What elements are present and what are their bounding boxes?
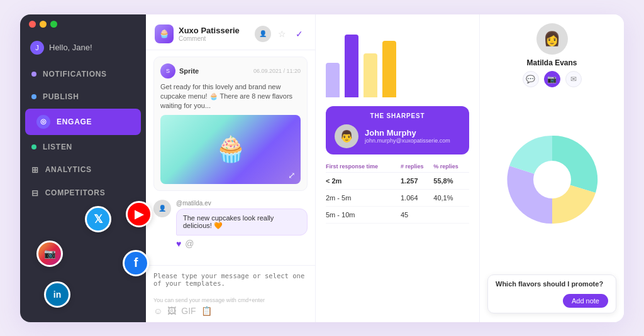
profile-name: Matilda Evans	[526, 58, 577, 67]
note-text: Which flavors should I promote?	[496, 280, 608, 288]
image-icon[interactable]: 🖼	[167, 306, 176, 316]
profile-action-chat[interactable]: 💬	[523, 71, 539, 87]
sidebar-item-competitors[interactable]: ⊟ COMPETITORS	[20, 182, 146, 204]
table-row-3: 5m - 10m 45	[326, 206, 469, 223]
analytics-icon: ⊞	[31, 165, 39, 175]
msg-actions: ♥ @	[176, 239, 308, 249]
dot-red[interactable]	[29, 21, 36, 28]
bar-group-3	[364, 53, 377, 97]
leaderboard-card: THE SHARPEST 👨 John Murphy john.murphy@x…	[326, 106, 469, 154]
star-icon[interactable]: ☆	[275, 27, 289, 41]
profile-action-email[interactable]: ✉	[565, 71, 582, 87]
leader-row: 👨 John Murphy john.murphy@xuxopatisserie…	[335, 124, 460, 148]
leader-name: John Murphy	[365, 128, 450, 138]
nav-label-listen: LISTEN	[43, 143, 72, 151]
bar-purple-short	[326, 63, 340, 97]
instagram-icon[interactable]: 📷	[36, 241, 63, 267]
sidebar-item-listen[interactable]: LISTEN	[20, 136, 146, 158]
profile-action-photo[interactable]: 📷	[544, 71, 560, 87]
right-panel: 👩 Matilda Evans 💬 📷 ✉	[479, 14, 624, 322]
bar-chart	[326, 24, 469, 100]
twitter-icon[interactable]: 𝕏	[85, 206, 111, 232]
bar-group-2	[345, 35, 358, 97]
bar-group-1	[326, 63, 340, 97]
sidebar-greeting: J Hello, Jane!	[20, 37, 146, 63]
nav-label-publish: PUBLISH	[43, 92, 79, 101]
row3-replies: 45	[401, 206, 433, 223]
user-msg-content: @matilda.ev The new cupcakes look really…	[176, 200, 308, 249]
row2-pct: 40,1%	[433, 189, 469, 206]
at-icon[interactable]: @	[185, 239, 194, 249]
linkedin-icon[interactable]: in	[44, 281, 70, 308]
nav-dot-publish	[31, 94, 36, 99]
user-handle: @matilda.ev	[176, 200, 308, 207]
competitors-icon: ⊟	[31, 188, 39, 198]
cupcake-emoji: 🧁	[215, 134, 247, 164]
row3-pct	[433, 206, 469, 223]
gif-icon[interactable]: GIF	[181, 306, 196, 316]
sidebar: J Hello, Jane! NOTIFICATIONS PUBLISH ◎ E…	[20, 14, 146, 322]
analytics-panel: THE SHARPEST 👨 John Murphy john.murphy@x…	[316, 14, 479, 322]
sender-name: Sprite	[179, 67, 199, 75]
nav-dot-notifications	[31, 72, 36, 77]
main-area: 🧁 Xuxo Patisserie Comment 👤 ☆ ✓ S Sprite	[146, 14, 624, 322]
profile-avatar: 👩	[536, 23, 568, 55]
youtube-icon[interactable]: ▶	[126, 201, 152, 227]
bar-group-4	[382, 41, 396, 97]
greeting-text: Hello, Jane!	[49, 43, 92, 52]
reply-hint: You can send your message with cmd+enter	[153, 297, 308, 303]
col-replies: # replies	[401, 161, 433, 173]
expand-icon[interactable]: ⤢	[288, 170, 296, 180]
reply-tools: ☺ 🖼 GIF 📋	[153, 306, 308, 316]
page-logo: 🧁	[155, 24, 174, 43]
nav-dot-listen	[31, 144, 36, 149]
pie-chart	[502, 129, 602, 230]
title-bar	[29, 21, 57, 28]
leaderboard-title: THE SHARPEST	[335, 112, 460, 119]
brand-message-card: S Sprite 06.09.2021 / 11:20 Get ready fo…	[153, 57, 308, 191]
row3-time: 5m - 10m	[326, 206, 401, 223]
pie-center	[533, 161, 571, 198]
check-icon[interactable]: ✓	[292, 27, 306, 41]
chat-page-type: Comment	[179, 35, 250, 42]
social-icons-area: 𝕏 ▶ 📷 f in	[25, 206, 146, 310]
table-row-2: 2m - 5m 1.064 40,1%	[326, 189, 469, 206]
reply-input[interactable]	[153, 272, 308, 295]
sender-time: 06.09.2021 / 11:20	[253, 68, 301, 74]
app-window: J Hello, Jane! NOTIFICATIONS PUBLISH ◎ E…	[20, 14, 624, 322]
message-sender: S Sprite 06.09.2021 / 11:20	[160, 63, 301, 79]
table-row-1: < 2m 1.257 55,8%	[326, 172, 469, 189]
dot-green[interactable]	[50, 21, 57, 28]
sidebar-item-analytics[interactable]: ⊞ ANALYTICS	[20, 159, 146, 181]
profile-actions: 💬 📷 ✉	[523, 71, 582, 87]
nav-label-engage: ENGAGE	[57, 117, 92, 126]
nav-label-notifications: NOTIFICATIONS	[43, 70, 107, 79]
nav-label-competitors: COMPETITORS	[45, 188, 106, 197]
row1-replies: 1.257	[401, 172, 433, 189]
leader-email: john.murphy@xuxopatisserie.com	[365, 138, 450, 144]
add-note-button[interactable]: Add note	[563, 294, 608, 308]
emoji-icon[interactable]: ☺	[153, 306, 162, 316]
message-feed: S Sprite 06.09.2021 / 11:20 Get ready fo…	[146, 50, 315, 265]
row2-replies: 1.064	[401, 189, 433, 206]
user-bubble: The new cupcakes look really delicious! …	[176, 209, 308, 236]
leader-info: John Murphy john.murphy@xuxopatisserie.c…	[365, 128, 450, 144]
cupcake-image: 🧁 ⤢	[160, 115, 301, 184]
user-avatar: 👤	[153, 200, 171, 217]
user-message: 👤 @matilda.ev The new cupcakes look real…	[153, 197, 308, 251]
sidebar-nav: NOTIFICATIONS PUBLISH ◎ ENGAGE LISTEN ⊞ …	[20, 63, 146, 204]
template-icon[interactable]: 📋	[201, 306, 212, 316]
sidebar-item-publish[interactable]: PUBLISH	[20, 86, 146, 107]
dot-yellow[interactable]	[40, 21, 47, 28]
bar-yellow-tall	[382, 41, 396, 97]
facebook-icon[interactable]: f	[123, 250, 149, 276]
note-tooltip: Which flavors should I promote? Add note	[487, 274, 616, 313]
col-pct: % replies	[433, 161, 469, 173]
heart-icon[interactable]: ♥	[176, 239, 181, 249]
row2-time: 2m - 5m	[326, 189, 401, 206]
row1-pct: 55,8%	[433, 172, 469, 189]
chat-header: 🧁 Xuxo Patisserie Comment 👤 ☆ ✓	[146, 14, 315, 50]
bar-yellow-short	[364, 53, 377, 97]
sidebar-item-notifications[interactable]: NOTIFICATIONS	[20, 63, 146, 85]
sidebar-item-engage[interactable]: ◎ ENGAGE	[25, 109, 141, 135]
